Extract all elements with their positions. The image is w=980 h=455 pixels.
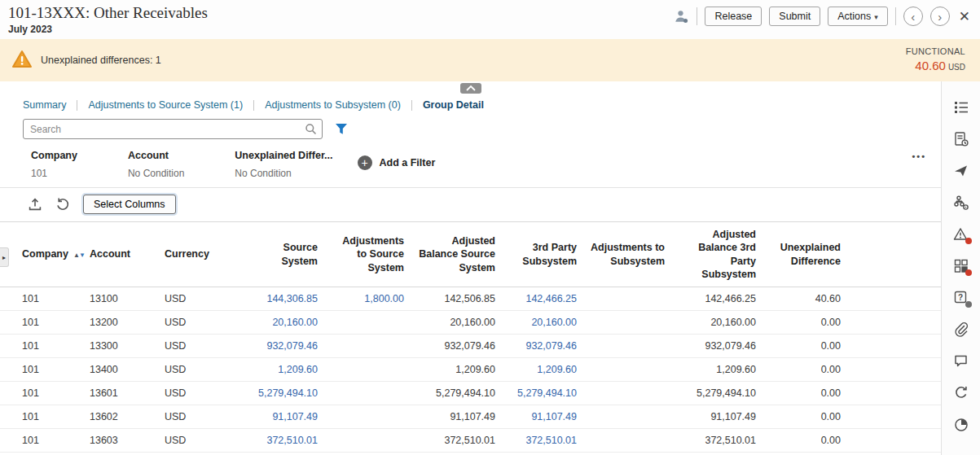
cell-adj-bal-third: 142,466.25 [671, 287, 762, 311]
cell-currency: USD [158, 287, 243, 311]
close-icon[interactable]: ✕ [959, 8, 970, 25]
attachments-icon[interactable] [953, 322, 969, 338]
filter-label: Company [31, 150, 77, 161]
user-icon[interactable] [673, 8, 689, 24]
export-icon[interactable] [28, 197, 42, 212]
cell-source-system[interactable]: 372,510.01 [243, 429, 324, 453]
cell-third-party[interactable]: 372,510.01 [502, 429, 583, 453]
collapse-strip [0, 81, 941, 93]
cell-third-party[interactable]: 1,209.60 [502, 358, 583, 382]
col-source-system[interactable]: Source System [243, 222, 324, 287]
content: Summary Adjustments to Source System (1)… [0, 81, 980, 455]
previous-button[interactable]: ‹ [903, 7, 923, 26]
cell-adj-subsystem [583, 405, 671, 429]
cell-adj-bal-third: 5,279,494.10 [671, 382, 762, 405]
workflow-icon[interactable] [953, 163, 969, 179]
cell-source-system[interactable]: 932,079.46 [243, 335, 324, 358]
tab-group-detail[interactable]: Group Detail [423, 99, 484, 111]
cell-adj-bal-third: 372,510.01 [671, 429, 762, 453]
release-button[interactable]: Release [705, 7, 762, 26]
cell-adj-source [324, 335, 411, 358]
refresh-icon[interactable] [55, 197, 70, 212]
sort-icons[interactable]: ▲▼ [73, 252, 85, 259]
cell-adj-source[interactable]: 1,800.00 [324, 287, 411, 311]
attributes-icon[interactable] [953, 258, 969, 274]
alerts-icon[interactable] [953, 226, 969, 243]
cell-third-party[interactable]: 91,107.49 [502, 405, 583, 429]
plus-icon: + [358, 155, 372, 170]
next-button[interactable]: › [930, 7, 950, 26]
cell-unexplained: 0.00 [762, 311, 847, 335]
cell-currency: USD [158, 358, 243, 382]
table-row[interactable]: 10113603USD372,510.01372,510.01372,510.0… [0, 429, 941, 453]
col-adjustments-source[interactable]: Adjustments to Source System [324, 222, 411, 287]
tab-summary[interactable]: Summary [23, 99, 66, 111]
divider [697, 7, 697, 25]
table-row[interactable]: 10113602USD91,107.4991,107.4991,107.4991… [0, 405, 941, 429]
table-row[interactable]: 10113601USD5,279,494.105,279,494.105,279… [0, 382, 941, 405]
expand-panel-button[interactable]: ▸ [0, 247, 9, 267]
search-input[interactable] [23, 119, 323, 139]
cell-source-system[interactable]: 144,306.85 [243, 287, 324, 311]
add-filter-label: Add a Filter [380, 157, 436, 168]
cell-source-system[interactable]: 20,160.00 [243, 311, 324, 335]
collapse-banner-button[interactable] [460, 83, 481, 94]
col-third-party-subsystem[interactable]: 3rd Party Subsystem [502, 222, 583, 287]
tab-adjustments-subsystem[interactable]: Adjustments to Subsystem (0) [265, 99, 401, 111]
cell-adj-source [324, 405, 411, 429]
title-block: 101-13XXX: Other Receivables July 2023 [8, 4, 208, 35]
submit-button[interactable]: Submit [769, 7, 820, 26]
col-adjustments-subsystem[interactable]: Adjustments to Subsystem [583, 222, 671, 287]
search-icon[interactable] [305, 123, 317, 135]
table-row[interactable]: 10113100USD144,306.851,800.00142,506.851… [0, 287, 941, 311]
filter-funnel-icon[interactable] [335, 123, 348, 135]
filter-value: No Condition [235, 168, 332, 179]
questions-icon[interactable]: ? [953, 290, 969, 306]
cell-unexplained: 0.00 [762, 405, 847, 429]
overflow-menu-icon[interactable]: ••• [912, 151, 926, 161]
cell-adj-source [324, 429, 411, 453]
cell-source-system[interactable]: 91,107.49 [243, 405, 324, 429]
col-adjusted-balance-third-party[interactable]: Adjusted Balance 3rd Party Subsystem [671, 222, 762, 287]
prior-reconciliations-icon[interactable] [953, 385, 969, 401]
col-account[interactable]: Account [83, 222, 158, 287]
filter-account[interactable]: Account No Condition [128, 150, 184, 179]
col-adjusted-balance-source[interactable]: Adjusted Balance Source System [411, 222, 502, 287]
cell-currency: USD [158, 335, 243, 358]
cell-currency: USD [158, 311, 243, 335]
col-company[interactable]: Company▲▼ [0, 222, 83, 287]
add-filter-button[interactable]: + Add a Filter [358, 155, 436, 170]
warning-icon [11, 50, 33, 72]
row-spacer [847, 311, 941, 335]
select-columns-button[interactable]: Select Columns [83, 195, 176, 214]
comments-icon[interactable] [953, 353, 969, 370]
warning-message-block: Unexplained differences: 1 [11, 50, 161, 72]
row-spacer [847, 287, 941, 311]
sort-asc-icon: ▲ [73, 252, 79, 259]
cell-third-party[interactable]: 932,079.46 [502, 335, 583, 358]
table-row[interactable]: 10113400USD1,209.601,209.601,209.601,209… [0, 358, 941, 382]
cell-third-party[interactable]: 142,466.25 [502, 287, 583, 311]
divider [895, 7, 896, 25]
col-unexplained-difference[interactable]: Unexplained Difference [762, 222, 847, 287]
col-currency[interactable]: Currency [158, 222, 243, 287]
filter-company[interactable]: Company 101 [31, 150, 77, 179]
header-actions: Release Submit Actions▾ ‹ › ✕ [673, 7, 970, 26]
cell-adj-subsystem [583, 311, 671, 335]
table-row[interactable]: 10113200USD20,160.0020,160.0020,160.0020… [0, 311, 941, 335]
actions-menu-button[interactable]: Actions▾ [828, 7, 888, 26]
filter-unexplained-difference[interactable]: Unexplained Differ... No Condition [235, 150, 332, 179]
cell-account: 13100 [83, 287, 158, 311]
cell-third-party[interactable]: 20,160.00 [502, 311, 583, 335]
cell-source-system[interactable]: 5,279,494.10 [243, 382, 324, 405]
tab-bar: Summary Adjustments to Source System (1)… [23, 99, 928, 111]
cell-third-party[interactable]: 5,279,494.10 [502, 382, 583, 405]
table-row[interactable]: 10113300USD932,079.46932,079.46932,079.4… [0, 335, 941, 358]
cell-source-system[interactable]: 1,209.60 [243, 358, 324, 382]
tab-adjustments-source[interactable]: Adjustments to Source System (1) [88, 99, 243, 111]
properties-icon[interactable] [953, 99, 969, 116]
organization-icon[interactable] [953, 195, 969, 211]
history-icon[interactable] [953, 417, 969, 433]
instructions-icon[interactable] [953, 131, 969, 147]
filter-label: Account [128, 150, 184, 161]
